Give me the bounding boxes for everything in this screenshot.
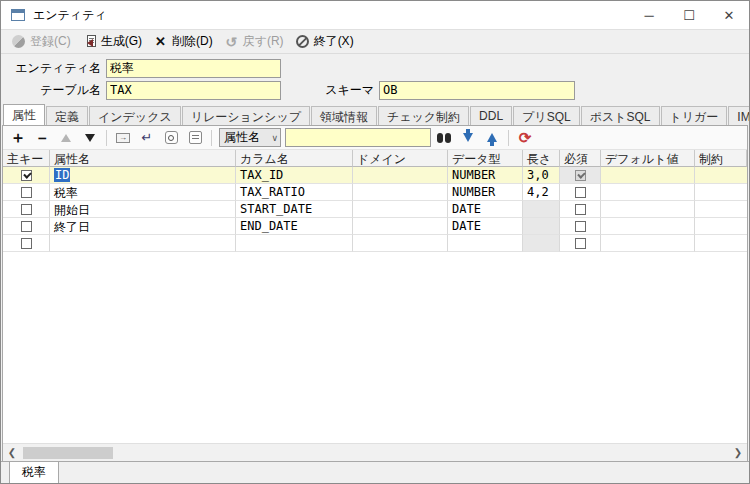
tab-post-sql[interactable]: ポストSQL — [581, 106, 660, 125]
tab-relationship[interactable]: リレーションシップ — [182, 106, 310, 125]
search-input[interactable] — [285, 128, 431, 147]
column-header[interactable]: カラム名 — [236, 150, 353, 167]
length-cell[interactable]: 4,2 — [523, 184, 560, 201]
maximize-button[interactable]: ☐ — [669, 1, 709, 29]
move-right-button[interactable]: → — [112, 128, 134, 148]
table-row[interactable] — [3, 235, 747, 252]
primary-key-checkbox[interactable] — [21, 238, 32, 249]
table-row[interactable]: 終了日 END_DATE DATE — [3, 218, 747, 235]
attribute-name-cell[interactable]: 税率 — [50, 184, 236, 201]
attribute-name-cell[interactable]: 終了日 — [50, 218, 236, 235]
bottom-tab-entity[interactable]: 税率 — [9, 462, 59, 484]
column-header[interactable]: 長さ — [523, 150, 560, 167]
close-button[interactable]: ✕ — [709, 1, 749, 29]
domain-cell[interactable] — [353, 235, 448, 252]
tab-storage[interactable]: 領域情報 — [311, 106, 377, 125]
column-header[interactable]: 制約 — [695, 150, 747, 167]
undo-button[interactable]: ↺ 戻す(R) — [220, 31, 291, 53]
required-checkbox[interactable] — [575, 204, 586, 215]
default-value-cell[interactable] — [601, 201, 695, 218]
attribute-name-cell[interactable] — [50, 235, 236, 252]
column-name-cell[interactable]: END_DATE — [236, 218, 353, 235]
minimize-button[interactable]: ─ — [629, 1, 669, 29]
column-header[interactable]: データ型 — [448, 150, 523, 167]
entity-name-input[interactable] — [106, 59, 281, 78]
delete-button[interactable]: ✕ 削除(D) — [149, 31, 220, 53]
scrollbar-track[interactable] — [21, 444, 729, 462]
tab-ddl[interactable]: DDL — [470, 106, 512, 125]
primary-key-checkbox[interactable] — [21, 221, 32, 232]
attribute-name-cell[interactable]: ID — [54, 168, 70, 182]
constraint-cell[interactable] — [695, 235, 747, 252]
domain-cell[interactable] — [353, 218, 448, 235]
primary-key-checkbox[interactable] — [21, 204, 32, 215]
domain-cell[interactable] — [353, 184, 448, 201]
move-up-button[interactable] — [55, 128, 77, 148]
tab-pre-sql[interactable]: プリSQL — [513, 106, 580, 125]
column-name-cell[interactable]: TAX_RATIO — [236, 184, 353, 201]
constraint-cell[interactable] — [695, 201, 747, 218]
column-name-cell[interactable] — [236, 235, 353, 252]
delete-icon: ✕ — [153, 34, 168, 49]
required-checkbox[interactable] — [575, 238, 586, 249]
horizontal-scrollbar[interactable]: ❮ ❯ — [3, 443, 747, 461]
column-header[interactable]: 属性名 — [50, 150, 236, 167]
default-value-cell[interactable] — [601, 218, 695, 235]
refresh-button[interactable]: ⟳ — [514, 128, 536, 148]
required-checkbox[interactable] — [575, 221, 586, 232]
data-type-cell[interactable]: NUMBER — [448, 184, 523, 201]
required-checkbox[interactable] — [575, 170, 586, 181]
find-previous-button[interactable] — [481, 128, 503, 148]
generate-button[interactable]: 生成(G) — [78, 31, 149, 53]
scroll-left-arrow[interactable]: ❮ — [3, 444, 21, 462]
column-name-cell[interactable]: START_DATE — [236, 201, 353, 218]
default-value-cell[interactable] — [601, 235, 695, 252]
exit-button[interactable]: 終了(X) — [291, 31, 361, 53]
scroll-right-arrow[interactable]: ❯ — [729, 444, 747, 462]
column-header[interactable]: 主キー — [3, 150, 50, 167]
constraint-cell[interactable] — [695, 184, 747, 201]
search-field-selector[interactable]: 属性名 ∨ — [219, 128, 281, 147]
data-type-cell[interactable] — [448, 235, 523, 252]
find-button[interactable] — [433, 128, 455, 148]
tab-trigger[interactable]: トリガー — [661, 106, 728, 125]
notes-button[interactable] — [184, 128, 206, 148]
table-row[interactable]: ID TAX_ID NUMBER 3,0 — [3, 167, 747, 184]
remove-row-button[interactable]: － — [31, 128, 53, 148]
constraint-cell[interactable] — [695, 167, 747, 184]
required-checkbox[interactable] — [575, 187, 586, 198]
column-name-cell[interactable]: TAX_ID — [236, 167, 353, 184]
domain-cell[interactable] — [353, 167, 448, 184]
default-value-cell[interactable] — [601, 167, 695, 184]
tab-check-constraint[interactable]: チェック制約 — [378, 106, 469, 125]
tab-definition[interactable]: 定義 — [46, 106, 88, 125]
data-type-cell[interactable]: NUMBER — [448, 167, 523, 184]
tab-index[interactable]: インデックス — [89, 106, 181, 125]
bottom-tab-bar: 税率 — [1, 461, 749, 483]
tab-im-column-store[interactable]: IM列ストア — [728, 106, 750, 125]
column-header[interactable]: デフォルト値 — [601, 150, 695, 167]
primary-key-checkbox[interactable] — [21, 170, 32, 181]
domain-cell[interactable] — [353, 201, 448, 218]
add-row-button[interactable]: ＋ — [7, 128, 29, 148]
line-break-button[interactable]: ↵ — [136, 128, 158, 148]
data-type-cell[interactable]: DATE — [448, 201, 523, 218]
table-row[interactable]: 開始日 START_DATE DATE — [3, 201, 747, 218]
find-next-button[interactable] — [457, 128, 479, 148]
length-cell[interactable]: 3,0 — [523, 167, 560, 184]
default-value-cell[interactable] — [601, 184, 695, 201]
attribute-name-cell[interactable]: 開始日 — [50, 201, 236, 218]
schema-input[interactable] — [379, 81, 575, 100]
table-row[interactable]: 税率 TAX_RATIO NUMBER 4,2 — [3, 184, 747, 201]
move-down-button[interactable] — [79, 128, 101, 148]
primary-key-checkbox[interactable] — [21, 187, 32, 198]
data-type-cell[interactable]: DATE — [448, 218, 523, 235]
constraint-cell[interactable] — [695, 218, 747, 235]
table-name-input[interactable] — [106, 81, 281, 100]
column-header[interactable]: ドメイン — [353, 150, 448, 167]
column-header[interactable]: 必須 — [560, 150, 601, 167]
lamp-button[interactable] — [160, 128, 182, 148]
register-button[interactable]: 登録(C) — [7, 31, 78, 53]
tab-attributes[interactable]: 属性 — [3, 104, 45, 125]
scrollbar-thumb[interactable] — [23, 447, 113, 459]
